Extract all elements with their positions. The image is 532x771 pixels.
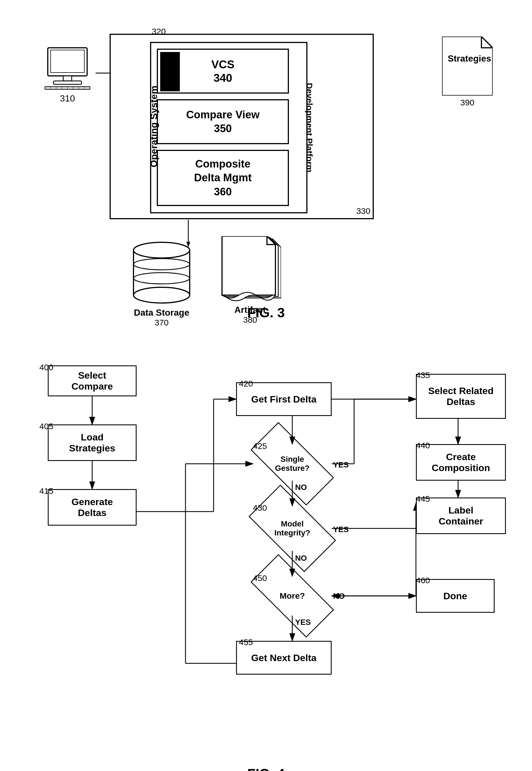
yes-label-450: YES [295, 618, 311, 627]
label-400: 400 [39, 363, 53, 372]
svg-marker-18 [481, 37, 493, 48]
label-330: 330 [356, 206, 370, 216]
label-460: 460 [416, 576, 430, 585]
page: 320 310 [0, 0, 532, 771]
label-450: 450 [253, 573, 267, 583]
svg-point-20 [133, 242, 190, 258]
fig3-title: FIG. 3 [247, 305, 285, 320]
label-455: 455 [239, 637, 253, 647]
svg-rect-3 [53, 81, 82, 84]
no-label-425: NO [295, 483, 307, 492]
composite-box: CompositeDelta Mgmt360 [157, 150, 289, 206]
no-label-430: NO [295, 554, 307, 563]
data-storage: Data Storage 370 [128, 239, 195, 327]
svg-rect-2 [63, 76, 72, 81]
node-400: SelectCompare [48, 365, 137, 396]
compare-view-label: Compare View 350 [186, 108, 259, 136]
label-430: 430 [253, 503, 267, 513]
data-storage-label: Data Storage [128, 308, 195, 318]
computer-number: 310 [39, 93, 96, 104]
node-405: LoadStrategies [48, 424, 137, 461]
strategies-number: 390 [442, 98, 493, 107]
label-445: 445 [416, 494, 430, 504]
platform-box: Development Platform VCS 340 Compare Vie… [150, 42, 307, 213]
node-415: GenerateDeltas [48, 489, 137, 526]
compare-view-box: Compare View 350 [157, 99, 289, 144]
dev-platform-label: Development Platform [305, 83, 314, 172]
svg-rect-1 [51, 50, 84, 73]
fig4-title: FIG. 4 [247, 766, 285, 771]
node-430: ModelIntegrity? [253, 506, 332, 551]
no-label-450: NO [333, 592, 345, 601]
data-storage-number: 370 [128, 318, 195, 327]
svg-point-21 [133, 287, 190, 303]
strategies-doc: Strategies 390 [442, 37, 493, 107]
composite-label: CompositeDelta Mgmt360 [194, 157, 252, 199]
fig3-diagram: 320 310 [17, 11, 515, 320]
strategies-label: Strategies [448, 53, 491, 64]
label-440: 440 [416, 441, 430, 450]
vcs-box: VCS 340 [157, 49, 289, 94]
system-outer-box: Operating System Development Platform VC… [110, 34, 374, 219]
label-420: 420 [239, 379, 253, 388]
label-415: 415 [39, 486, 53, 496]
node-435: Select RelatedDeltas [416, 374, 506, 419]
label-405: 405 [39, 422, 53, 431]
label-435: 435 [416, 370, 430, 380]
fig4-diagram: SelectCompare 400 LoadStrategies 405 Gen… [17, 337, 515, 771]
label-425: 425 [253, 441, 267, 451]
vcs-label: VCS 340 [211, 58, 234, 85]
computer-icon: 310 [39, 45, 96, 104]
yes-label-430: YES [333, 525, 349, 534]
yes-label-425: YES [333, 460, 349, 469]
